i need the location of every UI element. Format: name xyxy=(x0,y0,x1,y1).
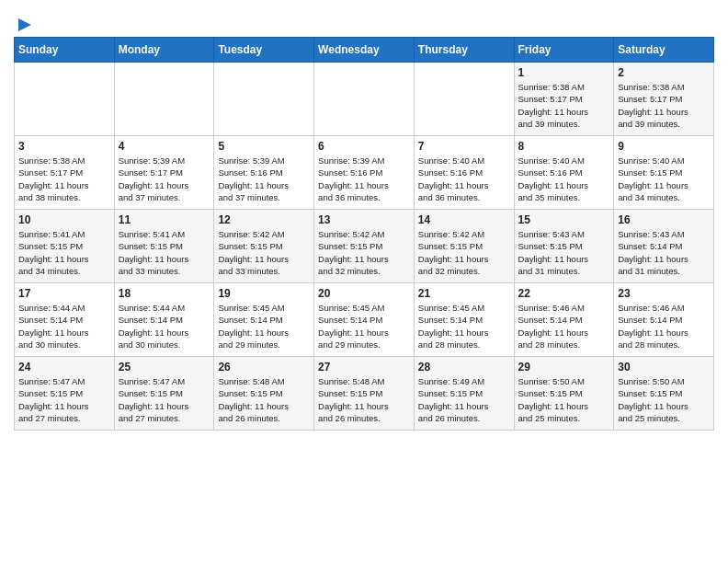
day-cell: 25Sunrise: 5:47 AMSunset: 5:15 PMDayligh… xyxy=(114,357,214,431)
day-info: Sunrise: 5:47 AMSunset: 5:15 PMDaylight:… xyxy=(18,375,110,424)
day-number: 19 xyxy=(218,287,310,300)
day-number: 15 xyxy=(518,213,610,226)
day-number: 23 xyxy=(618,287,710,300)
day-number: 27 xyxy=(318,361,410,373)
header-cell-saturday: Saturday xyxy=(614,38,714,63)
day-info: Sunrise: 5:49 AMSunset: 5:15 PMDaylight:… xyxy=(418,375,510,424)
header-cell-tuesday: Tuesday xyxy=(214,38,314,63)
day-info: Sunrise: 5:40 AMSunset: 5:15 PMDaylight:… xyxy=(618,155,710,203)
day-info: Sunrise: 5:45 AMSunset: 5:14 PMDaylight:… xyxy=(218,302,310,350)
day-cell: 26Sunrise: 5:48 AMSunset: 5:15 PMDayligh… xyxy=(214,357,314,431)
day-info: Sunrise: 5:47 AMSunset: 5:15 PMDaylight:… xyxy=(119,375,210,424)
day-cell xyxy=(114,63,214,136)
day-info: Sunrise: 5:44 AMSunset: 5:14 PMDaylight:… xyxy=(119,302,210,350)
day-cell: 18Sunrise: 5:44 AMSunset: 5:14 PMDayligh… xyxy=(114,283,214,357)
day-info: Sunrise: 5:42 AMSunset: 5:15 PMDaylight:… xyxy=(218,228,310,277)
day-number: 10 xyxy=(18,213,110,226)
day-cell: 14Sunrise: 5:42 AMSunset: 5:15 PMDayligh… xyxy=(414,210,514,283)
calendar-table: SundayMondayTuesdayWednesdayThursdayFrid… xyxy=(14,37,714,431)
day-cell: 11Sunrise: 5:41 AMSunset: 5:15 PMDayligh… xyxy=(114,210,214,283)
header-cell-monday: Monday xyxy=(114,38,214,63)
day-number: 13 xyxy=(318,213,410,226)
day-number: 20 xyxy=(318,287,410,300)
day-info: Sunrise: 5:42 AMSunset: 5:15 PMDaylight:… xyxy=(418,228,510,277)
logo-triangle-icon xyxy=(15,17,31,33)
day-cell: 5Sunrise: 5:39 AMSunset: 5:16 PMDaylight… xyxy=(214,136,314,210)
day-number: 18 xyxy=(119,287,210,300)
header-cell-thursday: Thursday xyxy=(414,38,514,63)
day-cell: 19Sunrise: 5:45 AMSunset: 5:14 PMDayligh… xyxy=(214,283,314,357)
header-row: SundayMondayTuesdayWednesdayThursdayFrid… xyxy=(15,38,714,63)
day-info: Sunrise: 5:39 AMSunset: 5:16 PMDaylight:… xyxy=(218,155,310,203)
day-number: 22 xyxy=(518,287,610,300)
day-info: Sunrise: 5:38 AMSunset: 5:17 PMDaylight:… xyxy=(618,81,710,130)
day-info: Sunrise: 5:43 AMSunset: 5:14 PMDaylight:… xyxy=(618,228,710,277)
header-cell-friday: Friday xyxy=(514,38,614,63)
day-cell: 15Sunrise: 5:43 AMSunset: 5:15 PMDayligh… xyxy=(514,210,614,283)
day-cell xyxy=(414,63,514,136)
day-info: Sunrise: 5:50 AMSunset: 5:15 PMDaylight:… xyxy=(518,375,610,424)
day-cell xyxy=(314,63,415,136)
day-cell: 27Sunrise: 5:48 AMSunset: 5:15 PMDayligh… xyxy=(314,357,415,431)
week-row-2: 3Sunrise: 5:38 AMSunset: 5:17 PMDaylight… xyxy=(15,136,714,210)
day-number: 5 xyxy=(218,140,310,153)
week-row-5: 24Sunrise: 5:47 AMSunset: 5:15 PMDayligh… xyxy=(15,357,714,431)
day-number: 30 xyxy=(618,361,710,373)
day-info: Sunrise: 5:45 AMSunset: 5:14 PMDaylight:… xyxy=(418,302,510,350)
day-cell: 28Sunrise: 5:49 AMSunset: 5:15 PMDayligh… xyxy=(414,357,514,431)
day-cell: 1Sunrise: 5:38 AMSunset: 5:17 PMDaylight… xyxy=(514,63,614,136)
day-number: 2 xyxy=(618,66,710,79)
day-cell: 24Sunrise: 5:47 AMSunset: 5:15 PMDayligh… xyxy=(15,357,115,431)
week-row-3: 10Sunrise: 5:41 AMSunset: 5:15 PMDayligh… xyxy=(15,210,714,283)
day-cell: 16Sunrise: 5:43 AMSunset: 5:14 PMDayligh… xyxy=(614,210,714,283)
day-info: Sunrise: 5:38 AMSunset: 5:17 PMDaylight:… xyxy=(518,81,610,130)
day-info: Sunrise: 5:48 AMSunset: 5:15 PMDaylight:… xyxy=(318,375,410,424)
header-cell-wednesday: Wednesday xyxy=(314,38,415,63)
day-cell: 9Sunrise: 5:40 AMSunset: 5:15 PMDaylight… xyxy=(614,136,714,210)
day-number: 24 xyxy=(18,361,110,373)
day-number: 7 xyxy=(418,140,510,153)
day-number: 11 xyxy=(119,213,210,226)
day-info: Sunrise: 5:42 AMSunset: 5:15 PMDaylight:… xyxy=(318,228,410,277)
day-cell: 30Sunrise: 5:50 AMSunset: 5:15 PMDayligh… xyxy=(614,357,714,431)
day-number: 9 xyxy=(618,140,710,153)
day-info: Sunrise: 5:43 AMSunset: 5:15 PMDaylight:… xyxy=(518,228,610,277)
day-number: 6 xyxy=(318,140,410,153)
day-cell: 21Sunrise: 5:45 AMSunset: 5:14 PMDayligh… xyxy=(414,283,514,357)
day-cell: 3Sunrise: 5:38 AMSunset: 5:17 PMDaylight… xyxy=(15,136,115,210)
day-number: 3 xyxy=(18,140,110,153)
day-cell: 13Sunrise: 5:42 AMSunset: 5:15 PMDayligh… xyxy=(314,210,415,283)
day-cell xyxy=(214,63,314,136)
day-info: Sunrise: 5:39 AMSunset: 5:16 PMDaylight:… xyxy=(318,155,410,203)
logo xyxy=(14,17,31,29)
header-cell-sunday: Sunday xyxy=(15,38,115,63)
day-number: 21 xyxy=(418,287,510,300)
day-cell: 10Sunrise: 5:41 AMSunset: 5:15 PMDayligh… xyxy=(15,210,115,283)
day-info: Sunrise: 5:45 AMSunset: 5:14 PMDaylight:… xyxy=(318,302,410,350)
day-info: Sunrise: 5:46 AMSunset: 5:14 PMDaylight:… xyxy=(518,302,610,350)
day-info: Sunrise: 5:38 AMSunset: 5:17 PMDaylight:… xyxy=(18,155,110,203)
day-cell: 17Sunrise: 5:44 AMSunset: 5:14 PMDayligh… xyxy=(15,283,115,357)
week-row-1: 1Sunrise: 5:38 AMSunset: 5:17 PMDaylight… xyxy=(15,63,714,136)
day-number: 28 xyxy=(418,361,510,373)
svg-marker-0 xyxy=(18,18,31,31)
day-number: 12 xyxy=(218,213,310,226)
day-cell xyxy=(15,63,115,136)
day-cell: 4Sunrise: 5:39 AMSunset: 5:17 PMDaylight… xyxy=(114,136,214,210)
day-info: Sunrise: 5:40 AMSunset: 5:16 PMDaylight:… xyxy=(418,155,510,203)
day-number: 25 xyxy=(119,361,210,373)
day-cell: 2Sunrise: 5:38 AMSunset: 5:17 PMDaylight… xyxy=(614,63,714,136)
day-number: 4 xyxy=(119,140,210,153)
day-cell: 6Sunrise: 5:39 AMSunset: 5:16 PMDaylight… xyxy=(314,136,415,210)
day-info: Sunrise: 5:41 AMSunset: 5:15 PMDaylight:… xyxy=(119,228,210,277)
day-info: Sunrise: 5:44 AMSunset: 5:14 PMDaylight:… xyxy=(18,302,110,350)
day-info: Sunrise: 5:50 AMSunset: 5:15 PMDaylight:… xyxy=(618,375,710,424)
day-number: 1 xyxy=(518,66,610,79)
day-number: 17 xyxy=(18,287,110,300)
day-info: Sunrise: 5:40 AMSunset: 5:16 PMDaylight:… xyxy=(518,155,610,203)
calendar-header: SundayMondayTuesdayWednesdayThursdayFrid… xyxy=(15,38,714,63)
day-number: 29 xyxy=(518,361,610,373)
page-header xyxy=(14,9,714,29)
week-row-4: 17Sunrise: 5:44 AMSunset: 5:14 PMDayligh… xyxy=(15,283,714,357)
day-cell: 8Sunrise: 5:40 AMSunset: 5:16 PMDaylight… xyxy=(514,136,614,210)
